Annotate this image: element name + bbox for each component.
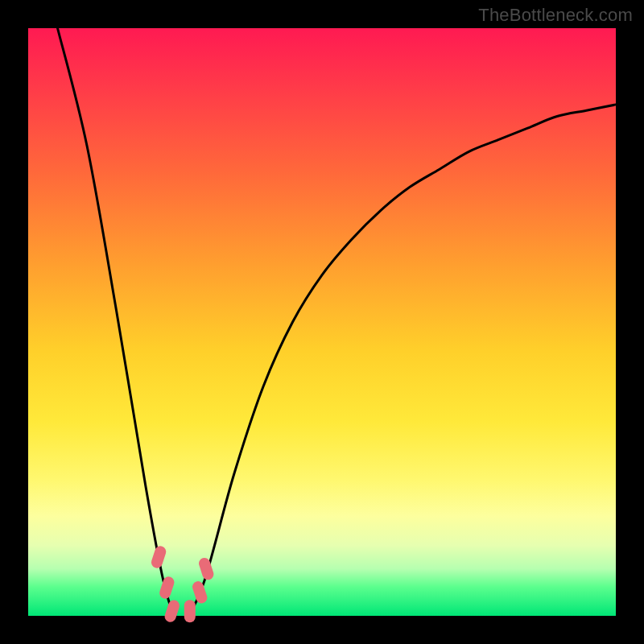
watermark-text: TheBottleneck.com: [478, 5, 633, 26]
curve-marker: [158, 576, 175, 601]
curve-markers-group: [150, 545, 215, 624]
curve-marker: [184, 600, 196, 622]
plot-area: [28, 28, 616, 616]
chart-frame: TheBottleneck.com: [0, 0, 644, 644]
curve-marker: [191, 580, 208, 605]
bottleneck-curve-svg: [28, 28, 616, 616]
curve-marker: [197, 556, 215, 581]
bottleneck-curve-path: [58, 28, 617, 620]
curve-marker: [150, 545, 167, 570]
